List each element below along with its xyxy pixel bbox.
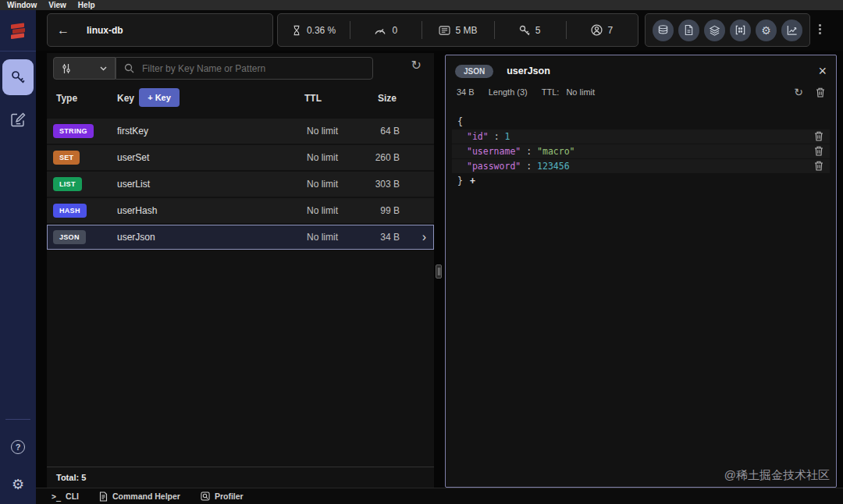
redisinsight-window: Window View Help ← linux-db 0.36 % xyxy=(0,0,843,504)
detail-key-name: userJson xyxy=(507,66,550,76)
key-name: userSet xyxy=(117,152,149,163)
chevron-right-icon[interactable]: › xyxy=(422,229,426,244)
menu-window[interactable]: Window xyxy=(7,1,37,9)
stat-ops-value: 0 xyxy=(392,25,397,36)
slowlog-tool-button[interactable] xyxy=(730,20,751,41)
detail-header: JSON userJson × xyxy=(455,62,827,80)
table-row[interactable]: LIST userList No limit 303 B xyxy=(47,172,434,197)
json-value[interactable]: 1 xyxy=(504,131,510,142)
key-size: 99 B xyxy=(380,205,400,216)
json-key[interactable]: "username" xyxy=(467,146,521,157)
menu-help[interactable]: Help xyxy=(78,1,95,9)
key-icon xyxy=(519,25,530,36)
database-tool-button[interactable] xyxy=(653,20,674,41)
gear-icon: ⚙ xyxy=(12,477,24,492)
key-list: STRING firstKey No limit 64 B SET userSe… xyxy=(47,119,434,251)
layers-tool-button[interactable] xyxy=(704,20,725,41)
storage-icon xyxy=(439,26,450,35)
key-detail-panel: JSON userJson × 34 B Length (3) TTL: No … xyxy=(445,55,837,488)
detail-ttl-value[interactable]: No limit xyxy=(566,87,595,97)
table-row[interactable]: STRING firstKey No limit 64 B xyxy=(47,119,434,144)
key-search xyxy=(116,57,373,80)
stat-keys: 5 xyxy=(494,14,566,46)
sidebar-item-help[interactable]: ? xyxy=(0,440,36,454)
column-type: Type xyxy=(56,93,77,104)
add-key-button[interactable]: + Key xyxy=(139,88,180,107)
key-size: 303 B xyxy=(375,179,400,190)
file-tool-button[interactable] xyxy=(678,20,699,41)
json-entry: "id" : 1 xyxy=(452,130,830,144)
profiler-icon xyxy=(201,492,210,501)
key-browser-panel: ↻ Type Key + Key TTL Size STRING firstKe… xyxy=(47,53,434,488)
table-row-selected[interactable]: JSON userJson No limit 34 B › xyxy=(47,225,434,250)
stat-cpu-value: 0.36 % xyxy=(307,25,336,36)
key-ttl: No limit xyxy=(307,205,338,216)
stats-panel: 0.36 % 0 5 MB 5 xyxy=(277,13,638,47)
table-row[interactable]: HASH userHash No limit 99 B xyxy=(47,198,434,223)
table-row[interactable]: SET userSet No limit 260 B xyxy=(47,145,434,170)
cli-button[interactable]: >_ CLI xyxy=(52,492,79,501)
sidebar-item-workbench[interactable] xyxy=(0,112,36,127)
gear-icon: ⚙ xyxy=(761,25,771,36)
json-value[interactable]: "macro" xyxy=(537,146,574,157)
tools-panel: ⚙ xyxy=(645,13,810,47)
json-key[interactable]: "password" xyxy=(467,161,521,172)
menu-view[interactable]: View xyxy=(48,1,66,9)
close-icon[interactable]: × xyxy=(818,64,827,78)
sidebar-item-browser[interactable] xyxy=(2,59,34,95)
refresh-keys-button[interactable]: ↻ xyxy=(411,59,422,72)
json-open-brace: { xyxy=(452,115,830,129)
stat-memory: 5 MB xyxy=(422,14,493,46)
json-entry: "password" : 123456 xyxy=(452,159,830,173)
type-badge: SET xyxy=(53,151,80,165)
refresh-value-button[interactable]: ↻ xyxy=(794,87,803,98)
settings-tool-button[interactable]: ⚙ xyxy=(756,20,777,41)
stat-cpu: 0.36 % xyxy=(278,14,350,46)
type-badge: STRING xyxy=(53,124,94,138)
table-header: Type Key + Key TTL Size xyxy=(47,81,434,117)
stat-ops: 0 xyxy=(350,14,422,46)
bottom-tools-bar: >_ CLI Command Helper Profiler xyxy=(36,488,843,504)
json-close-brace: }+ xyxy=(452,174,830,188)
add-json-field-button[interactable]: + xyxy=(470,174,475,188)
nav-sidebar: ? ⚙ xyxy=(0,51,36,504)
json-value[interactable]: 123456 xyxy=(537,161,570,172)
layers-icon xyxy=(709,25,720,36)
watermark: @稀土掘金技术社区 xyxy=(724,468,830,483)
delete-entry-button[interactable] xyxy=(814,131,823,141)
back-button[interactable]: ← xyxy=(57,24,69,37)
grid-brackets-icon xyxy=(735,24,746,36)
redis-logo xyxy=(0,10,36,51)
database-header: ← linux-db xyxy=(47,13,273,47)
json-key[interactable]: "id" xyxy=(467,131,489,142)
analytics-tool-button[interactable] xyxy=(781,20,802,41)
type-badge: LIST xyxy=(53,177,82,191)
help-icon: ? xyxy=(11,440,25,454)
stat-keys-value: 5 xyxy=(535,25,541,36)
panel-resize-handle[interactable] xyxy=(436,264,442,279)
edit-icon xyxy=(11,112,26,127)
sidebar-item-settings[interactable]: ⚙ xyxy=(0,477,36,492)
key-size: 64 B xyxy=(380,126,400,137)
more-menu-button[interactable] xyxy=(816,22,823,37)
profiler-button[interactable]: Profiler xyxy=(201,492,244,501)
delete-key-button[interactable] xyxy=(816,87,825,98)
file-icon xyxy=(684,24,694,36)
hourglass-icon xyxy=(292,25,301,36)
command-helper-button[interactable]: Command Helper xyxy=(99,492,180,502)
app-header: ← linux-db 0.36 % 0 5 MB xyxy=(0,10,843,51)
delete-entry-button[interactable] xyxy=(814,146,823,156)
key-ttl: No limit xyxy=(307,179,338,190)
delete-entry-button[interactable] xyxy=(814,161,823,171)
key-ttl: No limit xyxy=(307,232,338,243)
key-name: userList xyxy=(117,179,150,190)
key-icon xyxy=(10,69,26,85)
detail-meta: 34 B Length (3) TTL: No limit ↻ xyxy=(457,85,825,99)
stat-clients-value: 7 xyxy=(608,25,614,36)
menu-bar: Window View Help xyxy=(0,0,843,10)
terminal-icon: >_ xyxy=(52,492,61,501)
filter-type-dropdown[interactable] xyxy=(53,57,116,80)
detail-size: 34 B xyxy=(457,87,475,97)
column-key: Key xyxy=(117,93,134,104)
search-input[interactable] xyxy=(140,62,365,75)
